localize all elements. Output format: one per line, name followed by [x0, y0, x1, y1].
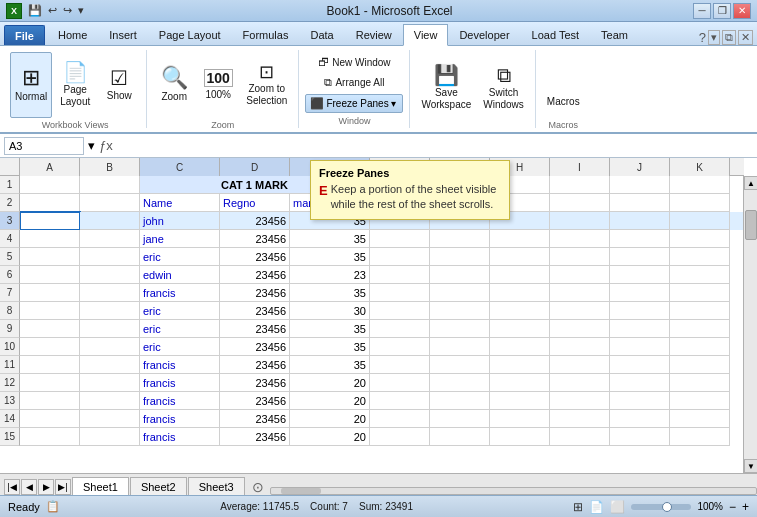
cell-g8[interactable] [430, 302, 490, 320]
cell-i10[interactable] [550, 338, 610, 356]
cell-k1[interactable] [670, 176, 730, 194]
formula-expand-btn[interactable]: ƒx [97, 137, 115, 155]
row-header-9[interactable]: 9 [0, 320, 20, 338]
row-header-13[interactable]: 13 [0, 392, 20, 410]
cell-k15[interactable] [670, 428, 730, 446]
cell-g11[interactable] [430, 356, 490, 374]
col-header-j[interactable]: J [610, 158, 670, 176]
tab-view[interactable]: View [403, 24, 449, 46]
col-header-i[interactable]: I [550, 158, 610, 176]
help-icon[interactable]: ? [699, 30, 706, 45]
cell-g12[interactable] [430, 374, 490, 392]
zoom-bar[interactable] [631, 504, 691, 510]
cell-c6[interactable]: edwin [140, 266, 220, 284]
cell-g14[interactable] [430, 410, 490, 428]
cell-b1[interactable] [80, 176, 140, 194]
cell-j12[interactable] [610, 374, 670, 392]
row-header-7[interactable]: 7 [0, 284, 20, 302]
cell-c2[interactable]: Name [140, 194, 220, 212]
cell-c4[interactable]: jane [140, 230, 220, 248]
cell-k10[interactable] [670, 338, 730, 356]
row-header-8[interactable]: 8 [0, 302, 20, 320]
row-header-6[interactable]: 6 [0, 266, 20, 284]
cell-h12[interactable] [490, 374, 550, 392]
arrange-all-btn[interactable]: ⧉ Arrange All [319, 73, 389, 92]
cell-f5[interactable] [370, 248, 430, 266]
cell-j4[interactable] [610, 230, 670, 248]
cell-k7[interactable] [670, 284, 730, 302]
cell-k5[interactable] [670, 248, 730, 266]
tab-developer[interactable]: Developer [448, 23, 520, 45]
cell-j2[interactable] [610, 194, 670, 212]
cell-d6[interactable]: 23456 [220, 266, 290, 284]
cell-k11[interactable] [670, 356, 730, 374]
cell-k6[interactable] [670, 266, 730, 284]
cell-e4[interactable]: 35 [290, 230, 370, 248]
window-close-icon[interactable]: ✕ [738, 30, 753, 45]
cell-i1[interactable] [550, 176, 610, 194]
sheet-nav-next[interactable]: ▶ [38, 479, 54, 495]
cell-d8[interactable]: 23456 [220, 302, 290, 320]
cell-b8[interactable] [80, 302, 140, 320]
tab-team[interactable]: Team [590, 23, 639, 45]
cell-j15[interactable] [610, 428, 670, 446]
cell-e10[interactable]: 35 [290, 338, 370, 356]
row-header-4[interactable]: 4 [0, 230, 20, 248]
cell-b7[interactable] [80, 284, 140, 302]
cell-i2[interactable] [550, 194, 610, 212]
cell-e12[interactable]: 20 [290, 374, 370, 392]
cell-a15[interactable] [20, 428, 80, 446]
save-workspace-btn[interactable]: 💾 SaveWorkspace [416, 55, 476, 121]
undo-btn[interactable]: ↩ [46, 4, 59, 17]
row-header-11[interactable]: 11 [0, 356, 20, 374]
cell-h14[interactable] [490, 410, 550, 428]
cell-f11[interactable] [370, 356, 430, 374]
cell-i11[interactable] [550, 356, 610, 374]
cell-d14[interactable]: 23456 [220, 410, 290, 428]
cell-i7[interactable] [550, 284, 610, 302]
cell-b14[interactable] [80, 410, 140, 428]
cell-g9[interactable] [430, 320, 490, 338]
cell-b12[interactable] [80, 374, 140, 392]
cell-h7[interactable] [490, 284, 550, 302]
row-header-2[interactable]: 2 [0, 194, 20, 212]
macros-btn[interactable]: ▶ Macros [542, 52, 585, 118]
sheet-tab-3[interactable]: Sheet3 [188, 477, 245, 495]
cell-h11[interactable] [490, 356, 550, 374]
cell-e7[interactable]: 35 [290, 284, 370, 302]
cell-b3[interactable] [80, 212, 140, 230]
cell-d2[interactable]: Regno [220, 194, 290, 212]
switch-windows-btn[interactable]: ⧉ SwitchWindows [478, 55, 529, 121]
cell-b9[interactable] [80, 320, 140, 338]
formula-input[interactable] [115, 137, 753, 155]
cell-d5[interactable]: 23456 [220, 248, 290, 266]
tab-load-test[interactable]: Load Test [521, 23, 591, 45]
sheet-nav-first[interactable]: |◀ [4, 479, 20, 495]
cell-a13[interactable] [20, 392, 80, 410]
cell-a4[interactable] [20, 230, 80, 248]
cell-a10[interactable] [20, 338, 80, 356]
cell-d4[interactable]: 23456 [220, 230, 290, 248]
cell-k4[interactable] [670, 230, 730, 248]
cell-e13[interactable]: 20 [290, 392, 370, 410]
window-restore-icon[interactable]: ⧉ [722, 30, 736, 45]
sheet-nav-prev[interactable]: ◀ [21, 479, 37, 495]
scroll-down-btn[interactable]: ▼ [744, 459, 757, 473]
cell-d7[interactable]: 23456 [220, 284, 290, 302]
cell-k3[interactable] [670, 212, 730, 230]
cell-d3[interactable]: 23456 [220, 212, 290, 230]
normal-view-status-btn[interactable]: ⊞ [573, 500, 583, 514]
cell-g5[interactable] [430, 248, 490, 266]
cell-h6[interactable] [490, 266, 550, 284]
redo-btn[interactable]: ↪ [61, 4, 74, 17]
cell-c5[interactable]: eric [140, 248, 220, 266]
zoom-btn[interactable]: 🔍 Zoom [153, 52, 195, 118]
cell-g7[interactable] [430, 284, 490, 302]
cell-a9[interactable] [20, 320, 80, 338]
cell-f9[interactable] [370, 320, 430, 338]
cell-c10[interactable]: eric [140, 338, 220, 356]
cell-i9[interactable] [550, 320, 610, 338]
cell-i5[interactable] [550, 248, 610, 266]
cell-e5[interactable]: 35 [290, 248, 370, 266]
cell-j9[interactable] [610, 320, 670, 338]
